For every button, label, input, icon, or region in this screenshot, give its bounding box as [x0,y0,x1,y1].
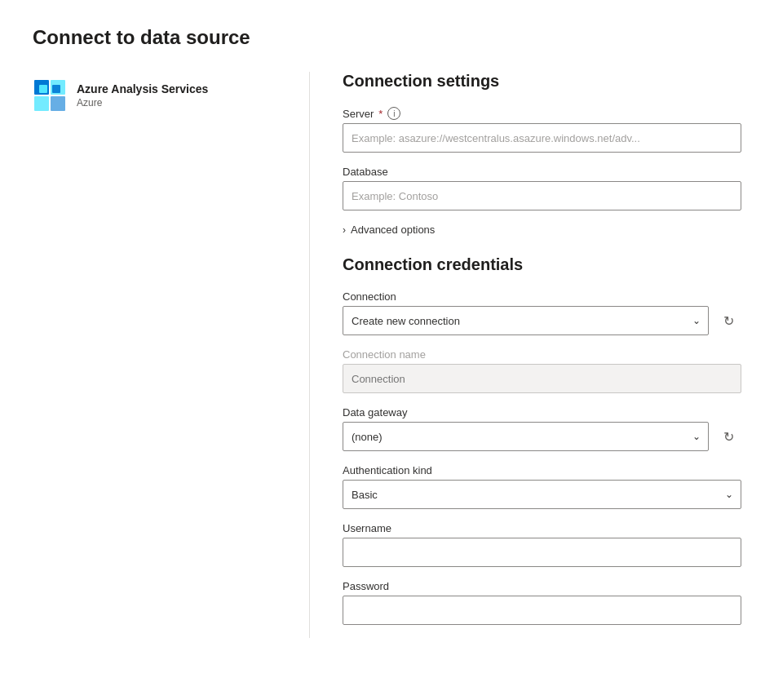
server-field-group: Server * i [343,107,741,153]
data-gateway-refresh-icon: ↻ [723,429,734,445]
username-field-group: Username [343,522,741,567]
connector-card: Azure Analysis Services Azure [33,72,283,119]
data-gateway-refresh-button[interactable]: ↻ [715,423,741,450]
connection-dropdown-container: Create new connection ⌄ [343,306,709,335]
server-required-star: * [378,108,383,120]
server-label: Server * i [343,107,741,120]
database-field-group: Database [343,166,741,210]
connection-label-text: Connection [343,290,396,303]
connection-credentials-title: Connection credentials [343,255,741,274]
svg-rect-3 [51,96,65,111]
database-label-text: Database [343,166,388,178]
password-field-group: Password [343,580,741,625]
auth-kind-dropdown[interactable]: Basic [343,480,741,509]
connection-credentials-section: Connection credentials Connection Create… [343,255,741,625]
username-input[interactable] [343,538,741,567]
data-gateway-label: Data gateway [343,406,741,419]
svg-rect-5 [52,85,60,93]
connection-settings-title: Connection settings [343,72,741,91]
advanced-options-chevron-icon: › [343,224,346,236]
server-info-icon[interactable]: i [387,107,400,120]
data-gateway-field-group: Data gateway (none) ⌄ ↻ [343,406,741,451]
connection-name-field-group: Connection name [343,348,741,393]
connector-name: Azure Analysis Services [77,82,208,95]
data-gateway-dropdown-wrapper: (none) ⌄ ↻ [343,422,741,451]
auth-kind-label: Authentication kind [343,464,741,476]
data-gateway-dropdown[interactable]: (none) [343,422,709,451]
username-label: Username [343,522,741,534]
connector-info: Azure Analysis Services Azure [77,82,208,109]
connection-dropdown[interactable]: Create new connection [343,306,709,335]
connection-name-input[interactable] [343,364,741,393]
server-label-text: Server [343,108,374,120]
connection-settings-section: Connection settings Server * i Da [343,72,741,236]
connection-name-label: Connection name [343,348,741,361]
page-title: Connect to data source [33,26,741,49]
auth-kind-label-text: Authentication kind [343,464,432,476]
data-gateway-dropdown-container: (none) ⌄ [343,422,709,451]
left-panel: Azure Analysis Services Azure [33,72,310,638]
connection-refresh-button[interactable]: ↻ [715,308,741,334]
page-container: Connect to data source [0,0,774,664]
main-layout: Azure Analysis Services Azure Connection… [33,72,741,638]
password-input[interactable] [343,596,741,625]
server-input[interactable] [343,123,741,153]
auth-kind-field-group: Authentication kind Basic ⌄ [343,464,741,509]
advanced-options-toggle[interactable]: › Advanced options [343,224,741,236]
connection-field-group: Connection Create new connection ⌄ ↻ [343,290,741,335]
data-gateway-label-text: Data gateway [343,406,408,419]
connection-name-label-text: Connection name [343,348,426,361]
password-label: Password [343,580,741,592]
azure-analysis-services-icon [33,78,67,113]
connection-refresh-icon: ↻ [723,313,734,329]
advanced-options-label: Advanced options [351,224,435,236]
password-label-text: Password [343,580,389,592]
svg-rect-4 [39,85,47,93]
database-label: Database [343,166,741,178]
svg-rect-2 [34,96,49,111]
right-panel: Connection settings Server * i Da [310,72,741,638]
auth-kind-dropdown-container: Basic ⌄ [343,480,741,509]
database-input[interactable] [343,181,741,210]
username-label-text: Username [343,522,391,534]
connection-label: Connection [343,290,741,303]
connection-dropdown-wrapper: Create new connection ⌄ ↻ [343,306,741,335]
connector-sub: Azure [77,97,208,109]
